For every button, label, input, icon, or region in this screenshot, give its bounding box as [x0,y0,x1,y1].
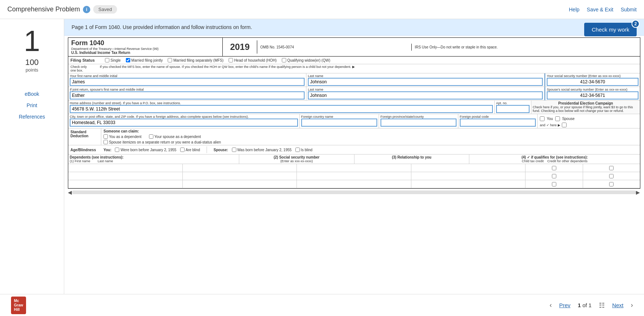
dep2-last-input[interactable] [183,172,297,180]
mfs-checkbox[interactable] [168,58,172,62]
sidebar-print-link[interactable]: Print [19,102,45,108]
mfj-checkbox[interactable] [126,58,130,62]
dep1-other-dep[interactable] [583,164,640,172]
blind-spouse-checkbox[interactable] [295,148,300,152]
foreign-postal-input[interactable] [460,119,536,127]
dep1-last [183,164,297,172]
hoh-checkbox[interactable] [229,58,233,62]
dep-row-3 [68,180,640,188]
dep1-rel-input[interactable] [411,164,525,172]
foreign-country-input[interactable] [301,119,377,127]
pec-spouse-checkbox[interactable] [555,116,560,121]
born-before-you-check[interactable]: Were born before January 2, 1955 [115,148,176,152]
born-before-spouse-check[interactable]: Was born before January 2, 1955 [232,148,292,152]
you-dependent-checkbox[interactable] [103,134,108,139]
scroll-right-arrow[interactable]: ▶ [636,189,640,195]
filing-status-row: Filing Status Single Married filing join… [68,57,640,64]
dep2-other-dep-checkbox[interactable] [609,174,614,178]
dep1-first-input[interactable] [68,164,182,172]
blind-you-checkbox[interactable] [180,148,185,152]
address-input[interactable] [70,105,493,113]
filing-mfj[interactable]: Married filing jointly [126,58,163,62]
dep3-child-credit-checkbox[interactable] [552,182,556,186]
grid-icon[interactable]: ☷ [599,301,605,309]
info-icon[interactable]: i [83,6,90,13]
filing-mfs[interactable]: Married filing separately (MFS) [168,58,223,62]
ssn-input[interactable] [547,78,638,86]
dep-qual-inner: Child tax credit Credit for other depend… [471,159,638,163]
spouse-dependent-check[interactable]: Your spouse as a dependent [149,134,201,139]
dep2-rel-input[interactable] [411,172,525,180]
and-check-checkbox[interactable] [562,123,567,127]
filing-hoh[interactable]: Head of household (HOH) [229,58,277,62]
sidebar-references-link[interactable]: References [19,114,45,120]
dep3-ssn-input[interactable] [297,180,411,188]
apt-input[interactable] [496,105,530,113]
pec-you-checkbox[interactable] [540,116,545,121]
dep2-ssn-input[interactable] [297,172,411,180]
submit-link[interactable]: Submit [621,7,637,12]
saved-badge: Saved [93,5,117,14]
next-arrow[interactable]: › [631,301,633,309]
ssn-cell: Your social security number (Enter as xx… [545,73,640,87]
foreign-province-input[interactable] [381,119,456,127]
dep1-other-dep-checkbox[interactable] [609,166,614,170]
horizontal-scrollbar[interactable] [72,190,636,194]
dep2-first-input[interactable] [68,172,182,180]
form-us-title: U.S. Individual Income Tax Return [71,51,219,55]
check-work-button[interactable]: Check my work 2 [584,23,637,36]
city-input[interactable] [70,119,298,127]
dep1-child-credit[interactable] [525,164,583,172]
single-checkbox[interactable] [105,58,109,62]
sidebar-links: eBook Print References [19,91,45,120]
next-button[interactable]: Next [612,302,623,308]
prev-arrow[interactable]: ‹ [550,301,552,309]
foreign-postal-label: Foreign postal code [460,115,536,119]
dep1-ssn-input[interactable] [297,164,411,172]
dep1-last-input[interactable] [183,164,297,172]
spouse-last-input[interactable] [308,91,543,99]
check-work-badge: 2 [632,20,640,28]
dep1-child-credit-checkbox[interactable] [552,166,556,170]
sidebar-points: 100 [25,58,39,67]
dep2-child-credit-checkbox[interactable] [552,174,556,178]
spouse-name-row: If joint return, spouse's first name and… [68,87,640,101]
spouse-itemizes-check[interactable]: Spouse itemizes on a separate return or … [103,140,638,144]
sidebar-ebook-link[interactable]: eBook [19,91,45,97]
prev-button[interactable]: Prev [559,302,571,308]
dep2-other-dep[interactable] [583,172,640,180]
help-link[interactable]: Help [569,7,579,12]
filing-qw[interactable]: Qualifying widow(er) (QW) [282,58,330,62]
blind-spouse-check[interactable]: Is blind [295,148,313,152]
last-name-input[interactable] [308,78,543,86]
scroll-left-arrow[interactable]: ◀ [68,189,72,195]
you-dependent-check[interactable]: You as a dependent [103,134,142,139]
hoh-label: Head of household (HOH) [234,58,277,62]
taxpayer-name-row: Your first name and middle initial Last … [68,73,640,87]
dep-col4b: Credit for other dependents [547,159,588,163]
filing-single[interactable]: Single [105,58,121,62]
dep3-first-input[interactable] [68,180,182,188]
dep2-child-credit[interactable] [525,172,583,180]
born-before-you-checkbox[interactable] [115,148,119,152]
born-before-spouse-checkbox[interactable] [232,148,236,152]
dep3-other-dep-checkbox[interactable] [609,182,614,186]
first-name-input[interactable] [70,78,305,86]
main-container: 1 100 points eBook Print References Chec… [0,19,644,294]
dep-header-main: Dependents (see instructions): (1) First… [68,155,239,164]
dep3-rel-input[interactable] [411,180,525,188]
dep3-other-dep[interactable] [583,180,640,188]
blind-you-check[interactable]: Are blind [180,148,200,152]
spouse-itemizes-checkbox[interactable] [103,140,108,144]
dep2-ssn [297,172,411,180]
spouse-ssn-input[interactable] [547,91,638,99]
city-row: City, town or post office, state, and ZI… [68,114,640,128]
dep3-last-input[interactable] [183,180,297,188]
spouse-first-input[interactable] [70,91,305,99]
save-exit-link[interactable]: Save & Exit [587,7,613,12]
blind-spouse-label: Is blind [301,148,313,152]
form-area: Check my work 2 Page 1 of Form 1040. Use… [64,19,644,294]
dep3-child-credit[interactable] [525,180,583,188]
qw-checkbox[interactable] [282,58,286,62]
spouse-dependent-checkbox[interactable] [149,134,153,139]
